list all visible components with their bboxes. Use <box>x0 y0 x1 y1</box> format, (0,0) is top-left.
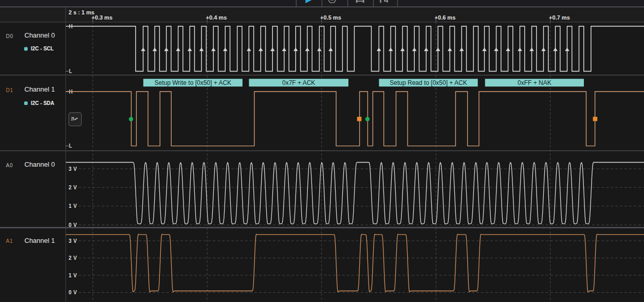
svg-text:L: L <box>69 68 72 74</box>
svg-text:H: H <box>69 24 72 29</box>
svg-text:I2C - SCL: I2C - SCL <box>31 46 53 51</box>
svg-text:Channel 1: Channel 1 <box>25 85 55 93</box>
svg-text:Channel 0: Channel 0 <box>25 161 55 168</box>
svg-text:0xFF + NAK: 0xFF + NAK <box>518 79 551 86</box>
svg-text:0 V: 0 V <box>69 290 77 295</box>
svg-text:Setup Write to [0x50] + ACK: Setup Write to [0x50] + ACK <box>155 79 232 86</box>
svg-text:2 V: 2 V <box>69 185 77 190</box>
svg-text:+0.7 ms: +0.7 ms <box>549 14 570 21</box>
svg-text:I2C - SDA: I2C - SDA <box>31 100 54 106</box>
svg-text:D1: D1 <box>6 87 13 93</box>
svg-text:+0.6 ms: +0.6 ms <box>435 14 456 21</box>
svg-text:3 V: 3 V <box>69 238 77 244</box>
svg-text:A1: A1 <box>6 238 13 244</box>
svg-text:2 V: 2 V <box>69 255 77 261</box>
svg-text:Setup Read to [0x50] + ACK: Setup Read to [0x50] + ACK <box>390 79 467 86</box>
svg-text:+0.5 ms: +0.5 ms <box>320 14 341 21</box>
svg-text:3 V: 3 V <box>69 166 77 172</box>
svg-text:D0: D0 <box>6 33 13 39</box>
svg-text:+0.4 ms: +0.4 ms <box>206 14 227 21</box>
svg-text:Channel 1: Channel 1 <box>25 237 55 244</box>
svg-text:1 V: 1 V <box>69 273 77 278</box>
svg-text:L: L <box>69 143 72 149</box>
svg-text:2 s : 1 ms: 2 s : 1 ms <box>69 9 95 15</box>
svg-text:A0: A0 <box>6 163 13 168</box>
svg-text:+0.3 ms: +0.3 ms <box>91 14 113 21</box>
svg-text:Channel 0: Channel 0 <box>25 31 55 39</box>
svg-text:0 V: 0 V <box>69 222 77 228</box>
svg-text:0x7F + ACK: 0x7F + ACK <box>282 79 315 86</box>
svg-text:1 V: 1 V <box>69 203 77 209</box>
